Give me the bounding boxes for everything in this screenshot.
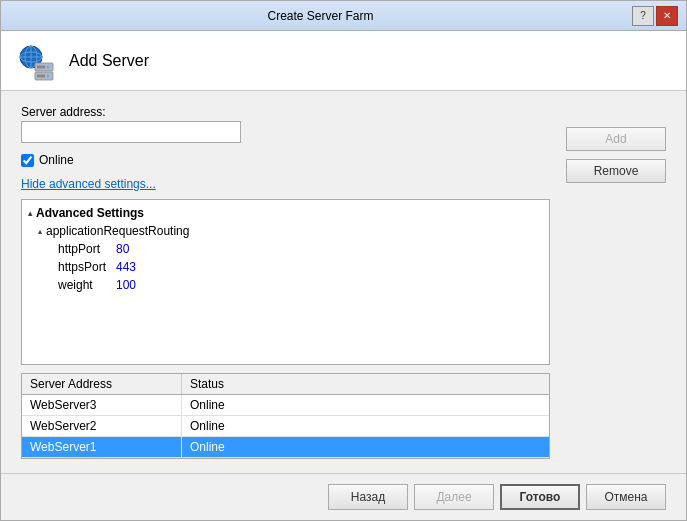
http-port-value: 80 <box>116 242 129 256</box>
title-bar: Create Server Farm ? ✕ <box>1 1 686 31</box>
https-port-name: httpsPort <box>26 260 116 274</box>
finish-button[interactable]: Готово <box>500 484 580 510</box>
server-table: Server Address Status WebServer3 Online … <box>21 373 550 459</box>
row3-status: Online <box>182 437 272 457</box>
add-button[interactable]: Add <box>566 127 666 151</box>
row1-address: WebServer3 <box>22 395 182 415</box>
col-header-status: Status <box>182 374 272 394</box>
advanced-settings-header: ▴ Advanced Settings <box>22 204 549 222</box>
online-label: Online <box>39 153 74 167</box>
row1-status: Online <box>182 395 272 415</box>
title-bar-center: Create Server Farm <box>9 9 632 23</box>
server-icon <box>17 41 57 81</box>
table-row[interactable]: WebServer3 Online <box>22 395 549 416</box>
weight-row: weight 100 <box>22 276 549 294</box>
page-title: Add Server <box>69 52 149 70</box>
window-title: Create Server Farm <box>267 9 373 23</box>
arr-group: ▴ applicationRequestRouting <box>22 222 549 240</box>
help-button[interactable]: ? <box>632 6 654 26</box>
server-address-label: Server address: <box>21 105 550 119</box>
advanced-settings-title: Advanced Settings <box>36 206 144 220</box>
col-header-address: Server Address <box>22 374 182 394</box>
weight-name: weight <box>26 278 116 292</box>
cancel-button[interactable]: Отмена <box>586 484 666 510</box>
main-window: Create Server Farm ? ✕ <box>0 0 687 521</box>
triangle-icon: ▴ <box>28 209 32 218</box>
header-section: Add Server <box>1 31 686 91</box>
advanced-settings-box: ▴ Advanced Settings ▴ applicationRequest… <box>21 199 550 365</box>
svg-point-8 <box>47 74 50 77</box>
row2-status: Online <box>182 416 272 436</box>
title-bar-buttons: ? ✕ <box>632 6 678 26</box>
back-button[interactable]: Назад <box>328 484 408 510</box>
svg-rect-10 <box>37 74 45 77</box>
table-row-selected[interactable]: WebServer1 Online <box>22 437 549 458</box>
server-address-input[interactable] <box>21 121 241 143</box>
http-port-name: httpPort <box>26 242 116 256</box>
table-header: Server Address Status <box>22 374 549 395</box>
close-button[interactable]: ✕ <box>656 6 678 26</box>
http-port-row: httpPort 80 <box>22 240 549 258</box>
row3-address: WebServer1 <box>22 437 182 457</box>
weight-value: 100 <box>116 278 136 292</box>
footer: Назад Далее Готово Отмена <box>1 473 686 520</box>
svg-point-7 <box>47 65 50 68</box>
next-button[interactable]: Далее <box>414 484 494 510</box>
https-port-value: 443 <box>116 260 136 274</box>
main-content: Server address: Online Hide advanced set… <box>1 91 686 473</box>
online-row: Online <box>21 153 550 167</box>
advanced-settings-link[interactable]: Hide advanced settings... <box>21 177 550 191</box>
online-checkbox[interactable] <box>21 154 34 167</box>
server-address-group: Server address: <box>21 105 550 143</box>
row2-address: WebServer2 <box>22 416 182 436</box>
arr-triangle-icon: ▴ <box>38 227 42 236</box>
right-panel: Add Remove <box>566 105 666 459</box>
svg-rect-9 <box>37 65 45 68</box>
arr-group-label: applicationRequestRouting <box>46 224 189 238</box>
table-row[interactable]: WebServer2 Online <box>22 416 549 437</box>
left-panel: Server address: Online Hide advanced set… <box>21 105 550 459</box>
remove-button[interactable]: Remove <box>566 159 666 183</box>
https-port-row: httpsPort 443 <box>22 258 549 276</box>
